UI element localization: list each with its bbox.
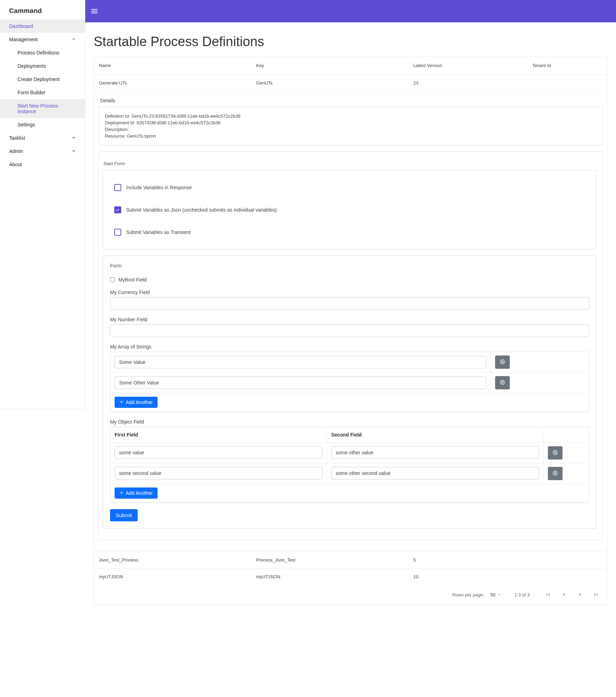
nav-dashboard[interactable]: Dashboard (0, 20, 85, 33)
array-table: Add Another (110, 352, 589, 412)
resource-value: GenUTs.bpmn (127, 133, 156, 139)
cell-name: Generate UTs (94, 75, 251, 91)
start-form-label: Start Form (103, 158, 596, 170)
cell-key: myUTJSON (251, 568, 408, 585)
deployment-id-value: 8357426f-d38f-11eb-bd1b-ee4c572c2b36 (137, 120, 220, 125)
table-row[interactable]: myUTJSON myUTJSON 10 (94, 568, 607, 585)
details-panel: Details Definition Id: GenUTs:23:8359173… (94, 91, 607, 551)
start-form-section: Start Form Include Variables in Response… (98, 152, 603, 540)
nav-tasklist-label: Tasklist (9, 135, 25, 141)
cell-version: 23 (408, 75, 527, 91)
details-info: Definition Id: GenUTs:23:83591734-d38f-1… (98, 107, 603, 145)
checkbox-submit-as-json[interactable] (114, 206, 121, 213)
chevron-down-icon (72, 149, 76, 154)
col-name: Name (94, 57, 251, 74)
definitions-card: Name Key Latest Version Tenant Id Genera… (94, 56, 608, 605)
add-another-button[interactable]: Add Another (115, 397, 158, 408)
deployment-id-label: Deployment Id: (105, 120, 137, 125)
cell-tenant (527, 552, 607, 568)
hamburger-icon[interactable] (90, 7, 99, 15)
number-label: My Number Field (110, 317, 589, 322)
object-header-f2: Second Field (327, 427, 544, 442)
first-page-button[interactable] (543, 590, 553, 600)
include-variables-label: Include Variables in Response (126, 185, 192, 190)
object-f2-input[interactable] (331, 467, 539, 479)
content: Startable Process Definitions Name Key L… (85, 22, 616, 619)
start-form-options: Include Variables in Response Submit Var… (103, 170, 596, 249)
topbar (85, 0, 616, 22)
cell-tenant (527, 75, 607, 91)
main: Startable Process Definitions Name Key L… (85, 0, 616, 697)
nav-tasklist[interactable]: Tasklist (0, 131, 85, 145)
currency-input[interactable] (110, 297, 589, 310)
next-page-button[interactable] (575, 590, 585, 600)
add-another-button[interactable]: Add Another (115, 487, 158, 499)
array-item-input[interactable] (115, 376, 486, 389)
chevron-up-icon (72, 37, 76, 42)
object-f2-input[interactable] (331, 446, 539, 459)
nav-management-label: Management (9, 37, 38, 42)
checkbox-include-variables[interactable] (114, 184, 121, 191)
object-table: First Field Second Field (110, 427, 589, 503)
nav-admin-label: Admin (9, 148, 23, 154)
last-page-button[interactable] (591, 590, 601, 600)
rows-per-page-value: 50 (490, 592, 495, 597)
nav-deployments[interactable]: Deployments (0, 59, 85, 73)
nav-about[interactable]: About (0, 158, 85, 171)
object-f1-input[interactable] (115, 467, 323, 479)
brand-title: Cammand (0, 3, 85, 20)
chevron-down-icon (72, 135, 76, 141)
description-label: Description: (105, 127, 129, 132)
cell-key: Process_Json_Test (251, 552, 408, 568)
object-label: My Object Field (110, 419, 589, 425)
delete-icon (552, 450, 558, 456)
nav-start-new-instance[interactable]: Start New Process Instance (0, 99, 85, 118)
nav-dashboard-label: Dashboard (9, 23, 33, 29)
plus-icon (119, 399, 124, 405)
dropdown-icon (498, 592, 501, 597)
resource-label: Resource: (105, 133, 127, 139)
delete-row-button[interactable] (548, 446, 563, 460)
nav-admin[interactable]: Admin (0, 145, 85, 158)
transient-label: Submit Variables as Transient (126, 229, 191, 235)
submit-button[interactable]: Submit (110, 509, 138, 521)
submit-as-json-label: Submit Variables as Json (unchecked subm… (126, 207, 277, 213)
table-row[interactable]: Generate UTs GenUTs 23 (94, 74, 607, 91)
cell-name: Json_Test_Process (94, 552, 251, 568)
mybool-checkbox[interactable] (110, 277, 115, 282)
currency-label: My Currency Field (110, 289, 589, 295)
nav-settings[interactable]: Settings (0, 118, 85, 131)
nav-form-builder[interactable]: Form Builder (0, 86, 85, 99)
pager: Rows per page: 50 1-3 of 3 (94, 585, 607, 604)
number-input[interactable] (110, 324, 589, 337)
cell-key: GenUTs (251, 75, 408, 91)
delete-row-button[interactable] (548, 467, 563, 480)
add-another-label: Add Another (126, 490, 153, 496)
delete-row-button[interactable] (495, 355, 510, 369)
definition-id-label: Definition Id: (105, 113, 131, 119)
object-header-f1: First Field (110, 427, 327, 442)
table-header: Name Key Latest Version Tenant Id (94, 57, 607, 74)
page-title: Startable Process Definitions (94, 34, 608, 49)
col-version: Latest Version (408, 57, 527, 74)
checkbox-transient[interactable] (114, 229, 121, 236)
delete-row-button[interactable] (495, 376, 510, 389)
form-title: Form (110, 263, 589, 269)
col-key: Key (251, 57, 408, 74)
object-f1-input[interactable] (115, 446, 323, 459)
prev-page-button[interactable] (559, 590, 569, 600)
nav-create-deployment[interactable]: Create Deployment (0, 73, 85, 86)
sidebar: Cammand Dashboard Management Process Def… (0, 0, 85, 409)
nav-management-sub: Process Definitions Deployments Create D… (0, 46, 85, 131)
nav-process-definitions[interactable]: Process Definitions (0, 46, 85, 59)
nav-about-label: About (9, 162, 22, 167)
mybool-label: MyBool Field (118, 277, 147, 283)
table-row[interactable]: Json_Test_Process Process_Json_Test 5 (94, 551, 607, 568)
rows-per-page-select[interactable]: 50 (490, 592, 501, 597)
delete-icon (552, 470, 558, 477)
array-label: My Array of Strings (110, 344, 589, 350)
nav-management[interactable]: Management (0, 33, 85, 46)
nav-list: Dashboard Management Process Definitions… (0, 20, 85, 171)
col-tenant: Tenant Id (527, 57, 607, 74)
array-item-input[interactable] (115, 356, 486, 368)
